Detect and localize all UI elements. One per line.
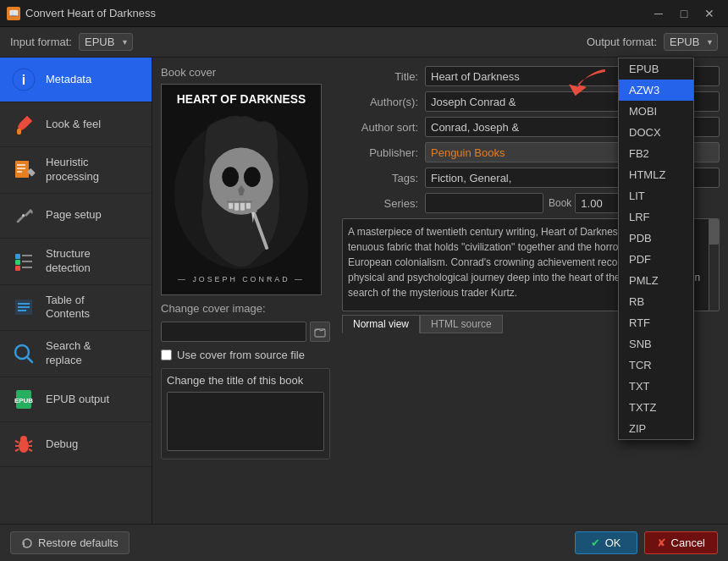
sidebar-label-page-setup: Page setup xyxy=(46,208,102,223)
cover-browse-button[interactable] xyxy=(310,322,330,342)
sidebar: i Metadata Look & feel xyxy=(0,58,152,524)
svg-point-37 xyxy=(244,167,261,187)
svg-rect-11 xyxy=(15,266,20,271)
normal-view-tab[interactable]: Normal view xyxy=(342,315,420,333)
restore-defaults-button[interactable]: Restore defaults xyxy=(10,531,130,554)
sidebar-item-debug[interactable]: Debug xyxy=(0,422,152,467)
format-option-pdb[interactable]: PDB xyxy=(619,228,693,249)
sidebar-item-heuristic[interactable]: Heuristicprocessing xyxy=(0,147,152,194)
info-icon: i xyxy=(10,66,37,93)
sidebar-item-look-feel[interactable]: Look & feel xyxy=(0,102,152,147)
svg-line-27 xyxy=(15,449,19,451)
format-option-snb[interactable]: SNB xyxy=(619,333,693,355)
svg-text:HEART OF DARKNESS: HEART OF DARKNESS xyxy=(177,92,306,106)
svg-line-30 xyxy=(29,449,32,451)
output-format-section: Output format: EPUB xyxy=(587,33,718,51)
author-sort-label: Author sort: xyxy=(342,121,418,134)
svg-rect-17 xyxy=(18,306,30,308)
sidebar-item-toc[interactable]: Table ofContents xyxy=(0,285,152,332)
bug-icon xyxy=(10,431,37,458)
restore-icon xyxy=(21,537,33,549)
epub-icon: EPUB xyxy=(10,386,37,413)
format-option-fb2[interactable]: FB2 xyxy=(619,143,693,164)
toc-icon xyxy=(10,294,37,321)
use-cover-checkbox[interactable] xyxy=(161,349,172,360)
sidebar-item-epub-output[interactable]: EPUB EPUB output xyxy=(0,377,152,422)
output-format-select[interactable]: EPUB xyxy=(664,33,718,51)
sidebar-label-structure: Structuredetection xyxy=(46,247,91,276)
html-source-tab[interactable]: HTML source xyxy=(420,315,503,333)
sidebar-item-search-replace[interactable]: Search &replace xyxy=(0,331,152,377)
svg-rect-14 xyxy=(22,267,32,268)
svg-text:— JOSEPH CONRAD —: — JOSEPH CONRAD — xyxy=(178,275,305,283)
tags-label: Tags: xyxy=(342,172,418,184)
format-option-tcr[interactable]: TCR xyxy=(619,355,693,376)
sidebar-item-structure[interactable]: Structuredetection xyxy=(0,239,152,285)
window-title: Convert Heart of Darkness xyxy=(25,7,647,19)
format-option-lit[interactable]: LIT xyxy=(619,185,693,206)
change-title-label: Change the title of this book xyxy=(167,374,324,387)
wrench-icon xyxy=(10,202,37,229)
book-number-label: Book xyxy=(549,197,571,209)
format-option-docx[interactable]: DOCX xyxy=(619,122,693,143)
input-format-select[interactable]: EPUB xyxy=(79,33,133,51)
svg-rect-44 xyxy=(249,209,257,212)
format-dropdown[interactable]: EPUB AZW3 MOBI DOCX FB2 HTMLZ LIT LRF PD… xyxy=(618,58,694,440)
top-bar: Input format: EPUB Output format: EPUB xyxy=(0,27,728,58)
svg-line-28 xyxy=(29,441,32,443)
svg-rect-42 xyxy=(227,201,252,203)
cancel-button[interactable]: ✘ Cancel xyxy=(644,531,718,554)
paintbrush-icon xyxy=(10,111,37,138)
use-cover-label: Use cover from source file xyxy=(177,349,305,361)
minimize-button[interactable]: ─ xyxy=(647,4,670,23)
ok-label: OK xyxy=(605,536,621,549)
format-option-pmlz[interactable]: PMLZ xyxy=(619,270,693,291)
cancel-label: Cancel xyxy=(671,536,705,549)
search-icon xyxy=(10,340,37,367)
publisher-label: Publisher: xyxy=(342,146,418,159)
format-option-zip[interactable]: ZIP xyxy=(619,418,693,439)
change-cover-label: Change cover image: xyxy=(161,302,330,315)
output-format-label: Output format: xyxy=(587,36,657,48)
change-title-textarea[interactable] xyxy=(167,392,324,451)
structure-icon xyxy=(10,248,37,275)
sidebar-item-page-setup[interactable]: Page setup xyxy=(0,194,152,239)
format-option-epub[interactable]: EPUB xyxy=(619,58,693,80)
bottom-bar: Restore defaults ✔ OK ✘ Cancel xyxy=(0,524,728,561)
output-format-select-wrapper[interactable]: EPUB xyxy=(664,33,718,51)
svg-rect-16 xyxy=(18,303,30,305)
format-option-txtz[interactable]: TXTZ xyxy=(619,397,693,418)
cancel-x-icon: ✘ xyxy=(657,536,666,549)
format-option-pdf[interactable]: PDF xyxy=(619,249,693,270)
checkmark-icon: ✔ xyxy=(591,536,600,549)
series-input[interactable] xyxy=(425,193,543,213)
cover-input-row xyxy=(161,322,330,342)
restore-label: Restore defaults xyxy=(38,536,119,549)
ok-button[interactable]: ✔ OK xyxy=(575,531,637,554)
format-option-rtf[interactable]: RTF xyxy=(619,312,693,333)
svg-rect-12 xyxy=(22,255,32,256)
svg-rect-5 xyxy=(17,168,25,169)
svg-point-36 xyxy=(222,167,239,187)
svg-line-20 xyxy=(27,357,32,362)
sidebar-label-metadata: Metadata xyxy=(46,73,91,87)
format-option-txt[interactable]: TXT xyxy=(619,376,693,397)
format-option-mobi[interactable]: MOBI xyxy=(619,101,693,122)
description-scrollbar[interactable] xyxy=(709,219,719,311)
format-option-htmlz[interactable]: HTMLZ xyxy=(619,164,693,185)
input-format-select-wrapper[interactable]: EPUB xyxy=(79,33,133,51)
format-option-azw3[interactable]: AZW3 xyxy=(619,80,693,101)
book-cover-image: HEART OF DARKNESS xyxy=(161,84,322,295)
format-option-rb[interactable]: RB xyxy=(619,291,693,312)
format-option-lrf[interactable]: LRF xyxy=(619,206,693,228)
sidebar-item-metadata[interactable]: i Metadata xyxy=(0,58,152,102)
svg-rect-4 xyxy=(17,164,25,166)
svg-rect-13 xyxy=(22,261,32,262)
sidebar-label-epub: EPUB output xyxy=(46,393,109,407)
maximize-button[interactable]: □ xyxy=(672,4,696,23)
app-icon: 📖 xyxy=(7,7,20,20)
svg-rect-18 xyxy=(18,310,26,311)
close-button[interactable]: ✕ xyxy=(698,4,721,23)
svg-point-8 xyxy=(22,214,25,217)
cover-path-input[interactable] xyxy=(161,322,306,342)
